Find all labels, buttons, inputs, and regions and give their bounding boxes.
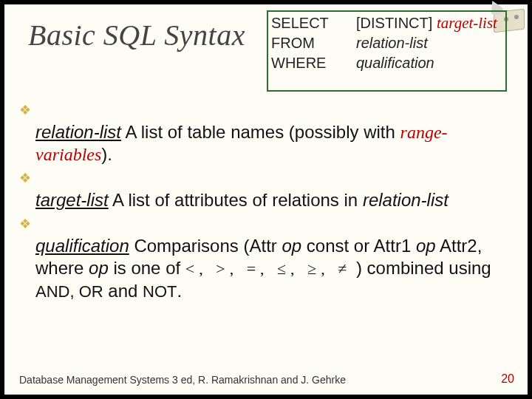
not: NOT <box>143 282 177 301</box>
distinct-optional: [DISTINCT] <box>356 15 432 31</box>
slide-body: ❖ relation-list A list of table names (p… <box>19 99 514 304</box>
text: ) combined using <box>351 258 491 278</box>
syntax-row-from: FROM relation-list <box>271 33 497 53</box>
syntax-row-where: WHERE qualification <box>271 53 497 73</box>
text: const or Attr1 <box>301 236 416 256</box>
footer-citation: Database Management Systems 3 ed, R. Ram… <box>19 374 346 386</box>
term-target-list: target-list <box>35 190 109 210</box>
page-number: 20 <box>501 372 514 386</box>
bullet-icon: ❖ <box>19 213 35 235</box>
syntax-row-select: SELECT [DISTINCT] target-list <box>271 13 497 33</box>
bullet-relation-list: ❖ relation-list A list of table names (p… <box>19 99 514 166</box>
op1: op <box>282 236 301 256</box>
bullet-target-list: ❖ target-list A list of attributes of re… <box>19 167 514 211</box>
text: Comparisons (Attr <box>129 236 282 256</box>
bullet-qualification: ❖ qualification Comparisons (Attr op con… <box>19 213 514 303</box>
slide: Basic SQL Syntax SELECT [DISTINCT] targe… <box>4 4 528 395</box>
slide-title: Basic SQL Syntax <box>28 18 245 52</box>
kw-from: FROM <box>271 33 356 53</box>
kw-select: SELECT <box>271 13 356 33</box>
text: ). <box>101 144 112 164</box>
text: A list of table names (possibly with <box>121 122 400 142</box>
and-or: AND, OR <box>35 282 103 301</box>
bullet-icon: ❖ <box>19 99 35 121</box>
bullet-icon: ❖ <box>19 167 35 189</box>
text: . <box>177 281 183 301</box>
relation-list-ref: relation-list <box>363 190 449 210</box>
text: A list of attributes of relations in <box>109 190 363 210</box>
arg-select: [DISTINCT] target-list <box>356 13 497 33</box>
relation-list-arg: relation-list <box>356 33 428 53</box>
qualification-arg: qualification <box>356 53 434 73</box>
text: and <box>103 281 143 301</box>
term-qualification: qualification <box>35 236 129 256</box>
target-list-arg: target-list <box>437 14 497 32</box>
comparison-operators: <, >, =, ≤, ≥, ≠ <box>185 259 351 278</box>
kw-where: WHERE <box>271 53 356 73</box>
op3: op <box>89 258 109 278</box>
text: is one of <box>109 258 185 278</box>
syntax-table: SELECT [DISTINCT] target-list FROM relat… <box>271 13 497 73</box>
term-relation-list: relation-list <box>35 122 121 142</box>
op2: op <box>416 236 436 256</box>
